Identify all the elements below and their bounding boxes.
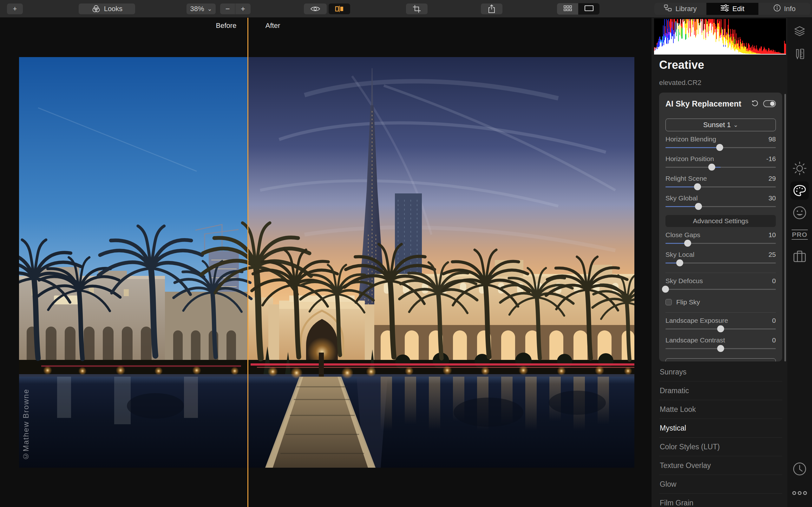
slider-track[interactable] [665,144,776,151]
slider-track[interactable] [665,164,776,171]
flip-sky-row: Flip Sky [665,298,776,306]
plus-icon: + [13,5,17,13]
slider-sky-global: Sky Global30 [665,194,776,210]
grid-view-button[interactable] [557,3,578,14]
more-options-icon[interactable] [792,491,808,495]
essentials-sun-icon[interactable] [792,161,807,176]
section-item-mystical[interactable]: Mystical [659,419,782,438]
filename-label: elevated.CR2 [659,79,701,87]
slider-track[interactable] [665,240,776,247]
professional-pro-icon[interactable]: PRO [792,230,808,240]
editor-canvas: Before After [0,18,651,507]
section-item-dramatic[interactable]: Dramatic [659,382,782,400]
slider-label: Sky Global [665,194,698,203]
looks-label: Looks [104,5,123,13]
slider-value: 25 [768,251,776,259]
zoom-out-button[interactable]: − [220,3,235,14]
panel-title: Creative [659,58,704,72]
slider-track[interactable] [665,259,776,266]
slider-landscape-exposure: Landscape Exposure0 [665,317,776,332]
before-after-divider[interactable] [248,18,248,507]
tab-edit[interactable]: Edit [706,3,758,15]
zoom-buttons: − + [220,3,251,14]
slider-track[interactable] [665,345,776,352]
edit-mask-label: Edit Mask [702,360,733,361]
slider-value: -16 [766,155,776,164]
photo-scene [19,57,634,468]
briefcase-icon[interactable] [793,250,807,263]
chevron-down-icon: ⌄ [207,5,212,12]
slider-value: 98 [768,135,776,144]
section-item-color-styles-lut-[interactable]: Color Styles (LUT) [659,438,782,456]
creative-palette-active[interactable] [791,181,809,200]
looks-button[interactable]: Looks [79,3,135,14]
looks-icon [91,4,101,13]
chevron-down-icon: ⌄ [735,361,740,361]
tab-info[interactable]: Info [758,3,810,15]
slider-value: 0 [772,317,776,325]
slider-label: Sky Defocus [665,277,703,286]
slider-label: Close Gaps [665,231,700,240]
edit-mask-button[interactable]: Edit Mask ⌄ [665,358,776,361]
flip-sky-label: Flip Sky [676,298,700,306]
tab-library-label: Library [675,5,697,13]
slider-track[interactable] [665,203,776,210]
zoom-level-value: 38% [190,5,204,13]
slider-value: 30 [768,194,776,203]
add-photos-button[interactable]: + [7,3,23,14]
edit-tools-icon[interactable] [795,48,805,60]
slider-track[interactable] [665,325,776,332]
layers-icon[interactable] [794,26,805,36]
export-share-button[interactable] [481,3,502,14]
info-icon [773,4,781,14]
panel-scrollbar[interactable] [784,94,786,361]
before-after-compare-icon [335,5,344,13]
tab-edit-label: Edit [733,5,745,13]
show-original-button[interactable] [304,3,327,14]
slider-sky-defocus: Sky Defocus0 [665,277,776,293]
slider-label: Landscape Contrast [665,336,725,345]
zoom-in-button[interactable]: + [235,3,251,14]
tool-title: AI Sky Replacement [665,99,751,108]
edit-side-panel: Creative elevated.CR2 AI Sky Replacement… [651,18,787,507]
chevron-down-icon: ⌄ [733,121,738,128]
reset-icon[interactable] [751,99,759,108]
histogram [654,18,786,55]
section-item-sunrays[interactable]: Sunrays [659,363,782,382]
slider-relight-scene: Relight Scene29 [665,175,776,190]
grid-view-icon [564,5,572,12]
section-item-film-grain[interactable]: Film Grain [659,494,782,507]
tool-enabled-toggle[interactable] [763,100,776,107]
advanced-settings-button[interactable]: Advanced Settings [665,215,776,227]
slider-track[interactable] [665,286,776,293]
photographer-watermark: ©Mathew Browne [21,389,31,461]
slider-close-gaps: Close Gaps10 [665,231,776,247]
history-clock-icon[interactable] [792,462,807,476]
sky-preset-value: Sunset 1 [703,121,731,129]
photo-canvas[interactable]: ©Mathew Browne [19,57,634,468]
flip-sky-checkbox[interactable] [665,299,672,305]
workspace-tabs: Library Edit Info [654,3,810,15]
slider-label: Landscape Exposure [665,317,728,325]
creative-sections: SunraysDramaticMatte LookMysticalColor S… [659,363,782,507]
share-icon [488,4,496,14]
slider-value: 29 [768,175,776,183]
crop-button[interactable] [406,3,428,14]
sky-preset-dropdown[interactable]: Sunset 1 ⌄ [665,119,776,131]
portrait-smiley-icon[interactable] [792,206,807,220]
edit-sliders-icon [720,4,729,14]
eye-icon [310,5,320,12]
zoom-level-dropdown[interactable]: 38% ⌄ [186,3,216,14]
slider-label: Relight Scene [665,175,707,183]
section-item-matte-look[interactable]: Matte Look [659,400,782,419]
single-view-button[interactable] [578,3,599,14]
tab-library[interactable]: Library [654,3,706,15]
compare-toggle-button[interactable] [329,3,350,14]
section-item-glow[interactable]: Glow [659,475,782,494]
section-item-texture-overlay[interactable]: Texture Overlay [659,456,782,475]
view-mode-toggle [557,3,599,14]
slider-value: 10 [768,231,776,240]
library-icon [664,4,672,14]
slider-track[interactable] [665,183,776,190]
ai-sky-replacement-card: AI Sky Replacement Sunset 1 ⌄ Horizon Bl… [659,93,782,361]
